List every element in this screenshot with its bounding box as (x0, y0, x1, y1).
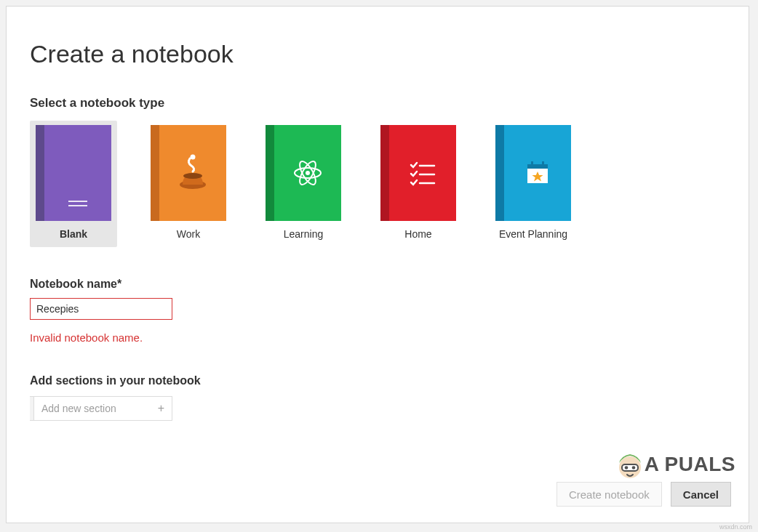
plus-icon: + (158, 402, 164, 415)
calendar-star-icon (523, 158, 552, 188)
create-notebook-dialog: Create a notebook Select a notebook type… (6, 6, 749, 523)
notebook-icon-event (495, 125, 571, 221)
svg-rect-12 (531, 161, 533, 167)
add-section-button[interactable]: Add new section + (30, 396, 172, 421)
svg-point-17 (624, 466, 628, 469)
notebook-type-blank[interactable]: Blank (30, 121, 117, 247)
svg-point-6 (306, 171, 310, 175)
notebook-type-label: Event Planning (499, 228, 567, 240)
dialog-title: Create a notebook (30, 40, 725, 68)
notebook-name-label: Notebook name* (30, 278, 725, 291)
notebook-type-label: Blank (60, 228, 87, 240)
notebook-name-error: Invalid notebook name. (30, 331, 725, 344)
notebook-type-work[interactable]: Work (145, 121, 232, 247)
notebook-icon-home (380, 125, 456, 221)
svg-rect-13 (542, 161, 544, 167)
watermark-text: A PUALS (645, 453, 735, 476)
notebook-icon-work (151, 125, 226, 221)
source-url-text: wsxdn.com (719, 523, 752, 531)
notebook-name-input[interactable] (30, 298, 172, 320)
notebook-icon-blank (36, 125, 111, 221)
checklist-icon (408, 158, 437, 188)
notebook-type-learning[interactable]: Learning (260, 121, 347, 247)
svg-point-1 (183, 173, 202, 179)
svg-point-18 (631, 466, 635, 469)
notebook-type-event-planning[interactable]: Event Planning (490, 121, 577, 247)
add-section-placeholder: Add new section (34, 403, 158, 414)
coffee-cup-icon (177, 154, 209, 192)
notebook-type-row: Blank (30, 121, 725, 247)
cancel-button[interactable]: Cancel (671, 482, 731, 507)
watermark: A PUALS (611, 446, 735, 483)
add-sections-heading: Add sections in your notebook (30, 374, 725, 387)
svg-rect-11 (527, 164, 548, 169)
notebook-icon-learning (266, 125, 341, 221)
notebook-type-label: Work (177, 228, 200, 240)
svg-point-2 (191, 155, 196, 160)
svg-point-15 (619, 456, 641, 478)
atom-icon (291, 156, 324, 190)
dialog-footer: Create notebook Cancel (556, 482, 731, 507)
notebook-type-label: Home (404, 228, 431, 240)
select-type-label: Select a notebook type (30, 96, 725, 110)
notebook-type-label: Learning (284, 228, 324, 240)
watermark-mascot-icon (611, 446, 649, 483)
create-notebook-button[interactable]: Create notebook (556, 482, 662, 507)
svg-rect-16 (622, 464, 638, 471)
notebook-type-home[interactable]: Home (375, 121, 462, 247)
